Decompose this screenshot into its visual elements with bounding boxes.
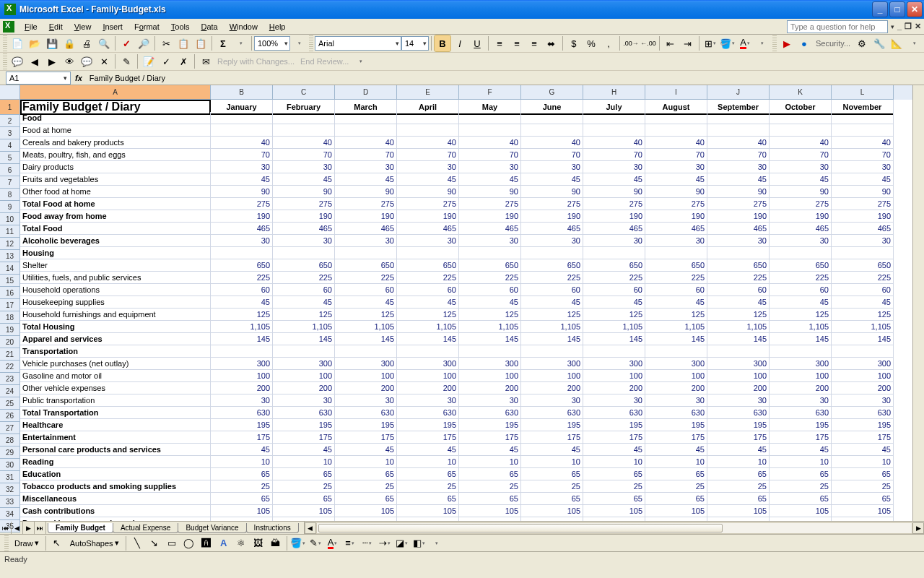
row-header[interactable]: 20 [0, 336, 20, 348]
cell[interactable]: 45 [707, 173, 770, 186]
cell[interactable]: 10 [832, 456, 894, 468]
select-objects-button[interactable]: ↖ [49, 535, 65, 551]
cell[interactable]: 65 [645, 493, 707, 505]
cell[interactable]: 25 [211, 480, 273, 493]
menu-help[interactable]: Help [263, 20, 292, 33]
font-combo[interactable]: Arial [315, 36, 401, 51]
cell[interactable]: 300 [335, 358, 397, 370]
italic-button[interactable]: I [452, 35, 468, 51]
cell[interactable]: 30 [583, 235, 645, 247]
security-label[interactable]: Security... [813, 39, 853, 48]
toolbar-handle[interactable] [772, 35, 777, 51]
cell[interactable]: 1,105 [211, 321, 273, 333]
row-header[interactable]: 19 [0, 324, 20, 336]
cell[interactable]: 65 [273, 493, 335, 505]
cell[interactable]: 30 [645, 235, 707, 247]
cell[interactable]: 30 [397, 235, 459, 247]
row-header[interactable]: 5 [0, 152, 20, 164]
cell[interactable]: Household furnishings and equipment [20, 309, 211, 321]
horizontal-scrollbar[interactable]: ◀ ▶ [304, 522, 924, 534]
cell[interactable]: 195 [521, 419, 583, 431]
cell[interactable]: 300 [521, 358, 583, 370]
menu-format[interactable]: Format [128, 20, 165, 33]
cell[interactable] [459, 345, 521, 358]
cell[interactable]: 10 [335, 456, 397, 468]
cell[interactable]: Miscellaneous [20, 493, 211, 505]
cell[interactable]: 145 [832, 333, 894, 345]
cell[interactable]: 275 [832, 198, 894, 210]
cell[interactable] [211, 112, 273, 124]
row-header[interactable]: 33 [0, 496, 20, 508]
cell[interactable]: 200 [397, 382, 459, 394]
column-header[interactable]: K [770, 85, 832, 100]
menu-file[interactable]: File [19, 20, 43, 33]
cell[interactable]: Alcoholic beverages [20, 235, 211, 247]
cell[interactable] [832, 345, 894, 358]
cell[interactable]: 45 [211, 444, 273, 456]
cell[interactable]: 195 [459, 419, 521, 431]
doc-restore-button[interactable]: ❐ [905, 22, 912, 31]
cell[interactable]: 195 [273, 419, 335, 431]
column-header[interactable]: C [273, 85, 335, 100]
cell[interactable]: 125 [459, 309, 521, 321]
cell[interactable]: Education [20, 468, 211, 480]
cell[interactable]: 195 [583, 419, 645, 431]
cell[interactable]: 145 [459, 333, 521, 345]
cell[interactable]: 30 [335, 161, 397, 173]
cell[interactable]: 175 [335, 431, 397, 444]
cell[interactable]: 190 [397, 210, 459, 223]
row-header[interactable]: 7 [0, 176, 20, 189]
cell[interactable] [707, 124, 770, 137]
cell[interactable]: 175 [645, 431, 707, 444]
cell[interactable]: 45 [335, 173, 397, 186]
cell[interactable]: 125 [832, 309, 894, 321]
cell[interactable]: 300 [583, 358, 645, 370]
cell[interactable]: 275 [273, 198, 335, 210]
fill-color-button[interactable]: 🪣 [290, 535, 306, 551]
cell[interactable]: 40 [832, 137, 894, 149]
cell[interactable]: 650 [583, 259, 645, 272]
cell[interactable]: 145 [397, 333, 459, 345]
cell[interactable]: 1,105 [273, 321, 335, 333]
cell[interactable]: 65 [832, 468, 894, 480]
cell[interactable]: 225 [459, 272, 521, 284]
cell[interactable]: 465 [645, 223, 707, 235]
cell[interactable]: 65 [832, 493, 894, 505]
cell[interactable]: 45 [583, 296, 645, 309]
cell[interactable]: 65 [335, 493, 397, 505]
cell[interactable]: 30 [832, 394, 894, 407]
cell[interactable]: 175 [770, 431, 832, 444]
hscroll-thumb[interactable] [318, 524, 723, 532]
next-comment-button[interactable]: ▶ [44, 53, 60, 69]
cell[interactable]: 105 [459, 505, 521, 517]
cell[interactable]: 70 [770, 149, 832, 161]
cell[interactable]: 650 [397, 259, 459, 272]
cell[interactable]: Total Food [20, 223, 211, 235]
cell[interactable]: 30 [459, 235, 521, 247]
cell[interactable]: 60 [770, 284, 832, 296]
cell[interactable]: 45 [397, 296, 459, 309]
doc-close-button[interactable]: ✕ [915, 22, 921, 31]
cell[interactable]: 465 [335, 223, 397, 235]
cell[interactable]: 145 [335, 333, 397, 345]
cell[interactable]: 10 [583, 456, 645, 468]
cell[interactable]: 40 [521, 137, 583, 149]
cell[interactable]: 60 [273, 284, 335, 296]
cell[interactable]: 30 [521, 394, 583, 407]
cell[interactable]: 30 [273, 394, 335, 407]
cell[interactable]: 45 [211, 173, 273, 186]
cell[interactable]: 1,105 [583, 321, 645, 333]
cell[interactable]: Cereals and bakery products [20, 137, 211, 149]
increase-indent-button[interactable]: ⇥ [680, 35, 696, 51]
cell[interactable]: 70 [273, 149, 335, 161]
cell[interactable]: 65 [397, 468, 459, 480]
cell[interactable]: 465 [273, 223, 335, 235]
cell[interactable]: 90 [211, 186, 273, 198]
cell[interactable]: 65 [397, 493, 459, 505]
row-header[interactable]: 18 [0, 311, 20, 324]
cell[interactable] [397, 124, 459, 137]
row-header[interactable]: 10 [0, 213, 20, 225]
merge-center-button[interactable]: ⬌ [544, 35, 559, 51]
cell[interactable] [583, 345, 645, 358]
cell[interactable]: 60 [832, 284, 894, 296]
